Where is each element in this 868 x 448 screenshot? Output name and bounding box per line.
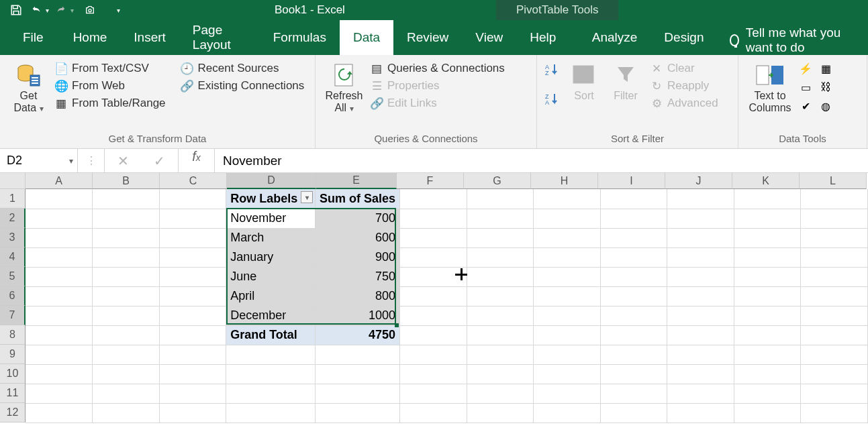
consolidate-icon[interactable]: ▦: [819, 62, 832, 75]
cell-J12[interactable]: [667, 403, 734, 423]
queries-connections-button[interactable]: ▤Queries & Connections: [370, 62, 505, 75]
cell-A9[interactable]: [26, 345, 93, 364]
cell-K12[interactable]: [734, 403, 801, 423]
advanced-filter-button[interactable]: ⚙Advanced: [650, 97, 718, 110]
pivot-filter-dropdown[interactable]: ▾: [301, 191, 313, 203]
cell-L6[interactable]: [801, 286, 868, 306]
name-box[interactable]: D2▾: [0, 149, 78, 172]
cell-D4[interactable]: January: [226, 247, 316, 267]
refresh-all-button[interactable]: RefreshAll ▾: [322, 62, 366, 113]
cell-D1[interactable]: Row Labels▾: [226, 189, 316, 209]
cell-C10[interactable]: [159, 364, 226, 384]
cell-L9[interactable]: [801, 345, 868, 364]
cell-C8[interactable]: [159, 325, 226, 345]
cell-K4[interactable]: [734, 247, 801, 267]
cell-A7[interactable]: [26, 306, 93, 325]
cell-D10[interactable]: [226, 364, 316, 384]
row-header-12[interactable]: 12: [0, 403, 26, 423]
cell-E10[interactable]: [316, 364, 400, 384]
cell-J6[interactable]: [667, 286, 734, 306]
cell-F7[interactable]: [400, 306, 467, 325]
cell-L11[interactable]: [801, 384, 868, 403]
sort-button[interactable]: AZZA Sort: [567, 62, 601, 102]
cell-J11[interactable]: [667, 384, 734, 403]
get-data-button[interactable]: GetData ▾: [7, 62, 50, 113]
cell-A2[interactable]: [26, 209, 93, 228]
properties-button[interactable]: ☰Properties: [370, 79, 505, 93]
cell-L8[interactable]: [801, 325, 868, 345]
cell-L2[interactable]: [801, 209, 868, 228]
recent-sources-button[interactable]: 🕘Recent Sources: [181, 62, 305, 75]
cell-K1[interactable]: [734, 189, 801, 209]
formula-input[interactable]: November: [215, 149, 868, 172]
cell-H5[interactable]: [534, 267, 601, 286]
cell-D7[interactable]: December: [226, 306, 316, 325]
cell-B11[interactable]: [93, 384, 160, 403]
sort-asc-button[interactable]: AZ: [544, 62, 561, 76]
cell-D11[interactable]: [226, 384, 316, 403]
col-header-I[interactable]: I: [598, 173, 665, 189]
row-header-5[interactable]: 5: [0, 267, 26, 286]
cell-H9[interactable]: [534, 345, 601, 364]
cell-L5[interactable]: [801, 267, 868, 286]
cell-C1[interactable]: [159, 189, 226, 209]
cell-G6[interactable]: [467, 286, 534, 306]
undo-caret-icon[interactable]: ▾: [46, 7, 49, 14]
cell-F1[interactable]: [400, 189, 467, 209]
cell-C7[interactable]: [159, 306, 226, 325]
tab-formulas[interactable]: Formulas: [260, 20, 340, 55]
col-header-E[interactable]: E: [316, 173, 397, 189]
cell-E6[interactable]: 800: [316, 286, 400, 306]
cell-B4[interactable]: [93, 247, 160, 267]
cell-L3[interactable]: [801, 228, 868, 247]
edit-links-button[interactable]: 🔗Edit Links: [370, 97, 505, 110]
col-header-D[interactable]: D: [227, 173, 316, 189]
tab-view[interactable]: View: [462, 20, 516, 55]
cell-E12[interactable]: [316, 403, 400, 423]
cell-I11[interactable]: [600, 384, 667, 403]
insert-function-button[interactable]: fx: [179, 149, 215, 172]
cell-F4[interactable]: [400, 247, 467, 267]
cell-F10[interactable]: [400, 364, 467, 384]
cell-J4[interactable]: [667, 247, 734, 267]
cell-C9[interactable]: [159, 345, 226, 364]
cell-C3[interactable]: [159, 228, 226, 247]
cell-A6[interactable]: [26, 286, 93, 306]
cell-J7[interactable]: [667, 306, 734, 325]
cell-B1[interactable]: [93, 189, 160, 209]
text-to-columns-button[interactable]: Text toColumns: [745, 62, 795, 113]
cell-J1[interactable]: [667, 189, 734, 209]
cell-F6[interactable]: [400, 286, 467, 306]
filter-button[interactable]: Filter: [607, 62, 644, 102]
row-header-8[interactable]: 8: [0, 325, 26, 345]
cell-H3[interactable]: [534, 228, 601, 247]
cell-D8[interactable]: Grand Total: [226, 325, 316, 345]
cell-C12[interactable]: [159, 403, 226, 423]
cell-K10[interactable]: [734, 364, 801, 384]
cell-G2[interactable]: [467, 209, 534, 228]
cell-I6[interactable]: [600, 286, 667, 306]
cell-D5[interactable]: June: [226, 267, 316, 286]
cell-E5[interactable]: 750: [316, 267, 400, 286]
cancel-formula-icon[interactable]: ✕: [117, 153, 129, 169]
row-header-11[interactable]: 11: [0, 384, 26, 403]
cell-A1[interactable]: [26, 189, 93, 209]
cell-B8[interactable]: [93, 325, 160, 345]
cell-A12[interactable]: [26, 403, 93, 423]
name-box-dropdown-icon[interactable]: ▾: [69, 156, 73, 166]
row-header-7[interactable]: 7: [0, 306, 26, 325]
tab-review[interactable]: Review: [393, 20, 462, 55]
cell-L7[interactable]: [801, 306, 868, 325]
cell-G5[interactable]: [467, 267, 534, 286]
clear-filter-button[interactable]: ✕Clear: [650, 62, 718, 75]
cell-G3[interactable]: [467, 228, 534, 247]
cell-H7[interactable]: [534, 306, 601, 325]
cell-C2[interactable]: [159, 209, 226, 228]
cell-K7[interactable]: [734, 306, 801, 325]
redo-button[interactable]: [53, 2, 69, 18]
cell-B7[interactable]: [93, 306, 160, 325]
cell-K11[interactable]: [734, 384, 801, 403]
from-web-button[interactable]: 🌐From Web: [54, 79, 166, 93]
cell-F8[interactable]: [400, 325, 467, 345]
row-header-1[interactable]: 1: [0, 189, 26, 209]
